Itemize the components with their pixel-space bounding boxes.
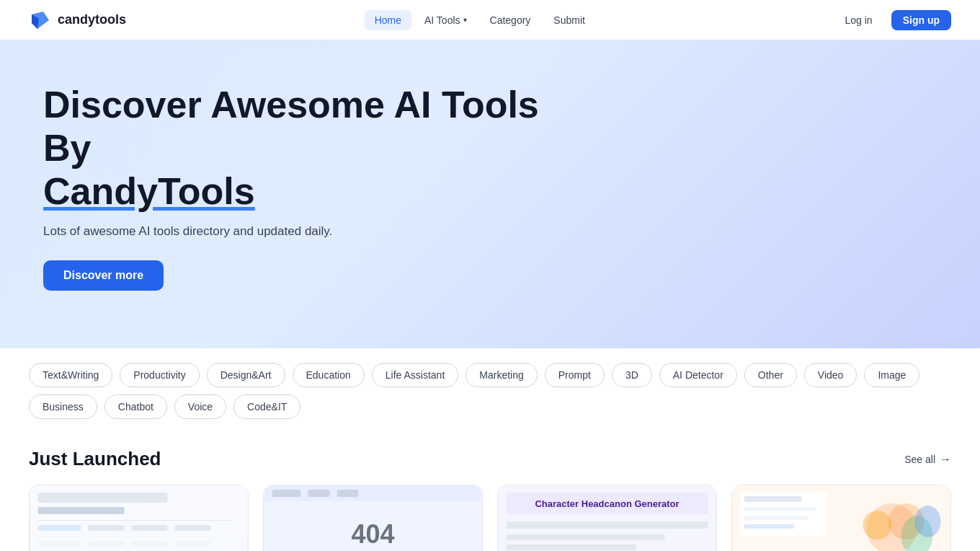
nav-home[interactable]: Home [365,10,411,30]
category-pill[interactable]: AI Detector [659,363,737,387]
category-pill[interactable]: Code&IT [233,394,300,419]
svg-rect-41 [507,521,708,529]
svg-rect-50 [744,507,816,511]
svg-rect-30 [308,490,330,497]
hero-subtitle: Lots of awesome AI tools directory and u… [43,224,937,239]
category-pill[interactable]: Marketing [466,363,537,387]
category-row-2: BusinessChatbotVoiceCode&IT [29,394,951,419]
hero-section: Discover Awesome AI Tools By CandyTools … [0,40,980,348]
svg-rect-5 [38,520,233,521]
category-pill[interactable]: Education [293,363,365,387]
cards-grid: 404 Page not found Character Headcanon G… [29,485,951,551]
svg-point-55 [863,511,892,539]
see-all-button[interactable]: See all → [904,453,951,466]
card-thumbnail: Character Headcanon Generator Generate W… [498,485,716,551]
category-row-1: Text&WritingProductivityDesign&ArtEducat… [29,363,951,387]
category-pill[interactable]: Life Assistant [372,363,459,387]
svg-rect-42 [507,534,665,540]
category-pill[interactable]: Other [744,363,797,387]
svg-rect-11 [38,541,81,546]
nav-submit[interactable]: Submit [543,10,595,30]
category-pill[interactable]: Business [29,394,97,419]
navbar: candytools Home AI Tools ▾ Category Subm… [0,0,980,40]
brand-logo[interactable]: candytools [29,9,126,32]
category-pill[interactable]: 3D [612,363,652,387]
category-pill[interactable]: Text&Writing [29,363,112,387]
category-pill[interactable]: Image [864,363,919,387]
chevron-down-icon: ▾ [463,16,467,24]
arrow-right-icon: → [940,453,951,466]
card-thumbnail [732,485,950,551]
discover-more-button[interactable]: Discover more [43,260,164,291]
category-pill[interactable]: Voice [174,394,226,419]
launched-card[interactable] [731,485,951,551]
svg-rect-52 [744,524,795,529]
brand-name: candytools [58,12,126,27]
svg-rect-10 [38,536,233,537]
svg-rect-31 [337,490,359,497]
category-pill[interactable]: Prompt [545,363,605,387]
category-section: Text&WritingProductivityDesign&ArtEducat… [0,348,980,433]
section-title: Just Launched [29,448,161,470]
launched-card[interactable]: Character Headcanon Generator Generate W… [497,485,717,551]
svg-rect-51 [744,516,809,520]
category-pill[interactable]: Design&Art [207,363,285,387]
card-thumbnail [30,485,248,551]
svg-rect-13 [132,541,168,546]
category-pill[interactable]: Chatbot [104,394,167,419]
svg-rect-12 [89,541,125,546]
svg-point-57 [915,506,941,537]
svg-rect-29 [272,490,301,497]
nav-links: Home AI Tools ▾ Category Submit [365,10,595,30]
launched-card[interactable]: 404 Page not found [263,485,483,551]
launched-card[interactable] [29,485,249,551]
category-pill[interactable]: Video [804,363,858,387]
svg-rect-49 [744,496,802,502]
svg-rect-8 [132,525,168,531]
svg-rect-9 [175,525,211,531]
svg-text:Character Headcanon Generator: Character Headcanon Generator [535,498,679,509]
signup-button[interactable]: Sign up [891,10,951,30]
card-thumbnail: 404 Page not found [264,485,482,551]
svg-text:404: 404 [351,519,394,549]
svg-rect-43 [507,545,636,550]
just-launched-section: Just Launched See all → [0,433,980,551]
nav-auth: Log in Sign up [834,10,951,30]
svg-rect-14 [175,541,211,546]
svg-rect-3 [38,493,168,503]
nav-ai-tools[interactable]: AI Tools ▾ [414,10,477,30]
svg-rect-4 [38,507,125,514]
svg-rect-6 [38,525,81,531]
category-pill[interactable]: Productivity [120,363,199,387]
section-header: Just Launched See all → [29,448,951,470]
hero-title: Discover Awesome AI Tools By CandyTools [43,84,548,213]
svg-rect-7 [89,525,125,531]
logo-icon [29,9,52,32]
login-button[interactable]: Log in [834,10,884,30]
nav-category[interactable]: Category [480,10,541,30]
